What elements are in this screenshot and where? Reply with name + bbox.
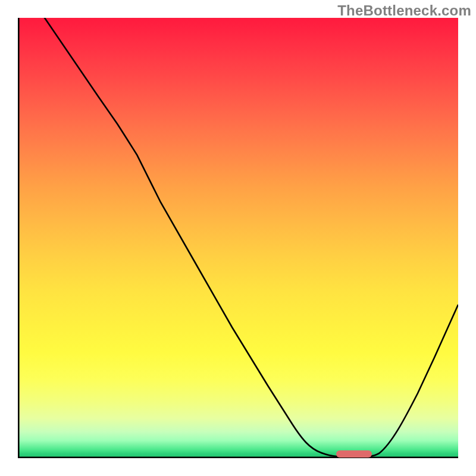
plot-area [18,18,458,458]
axes-frame [18,18,458,458]
watermark-text: TheBottleneck.com [337,2,471,19]
chart-svg [18,18,458,458]
optimal-marker [336,450,372,458]
chart-container: TheBottleneck.com [0,0,476,476]
bottleneck-curve [18,18,458,457]
